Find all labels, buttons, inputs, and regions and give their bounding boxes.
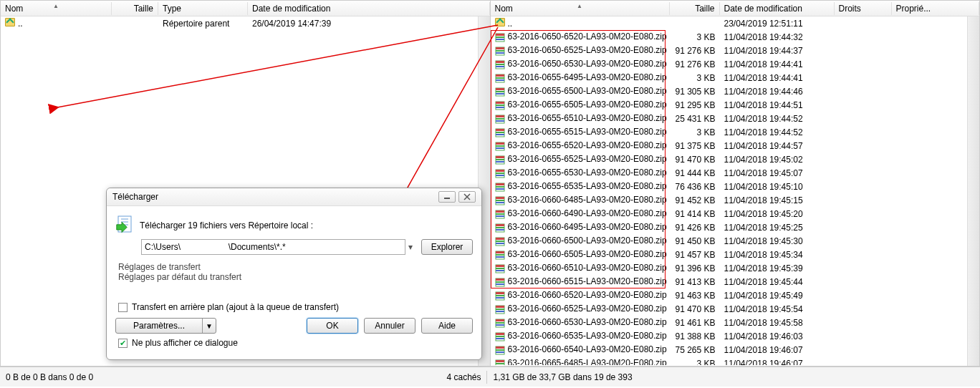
svg-rect-9 (496, 61, 504, 63)
list-item[interactable]: 63-2016-0660-6540-LA93-0M20-E080.zip75 2… (491, 343, 968, 357)
zip-icon (495, 100, 505, 110)
svg-rect-67 (496, 256, 504, 258)
status-left: 0 B de 0 B dans 0 de 0 (0, 371, 99, 384)
list-item[interactable]: ..23/04/2019 12:51:11 (491, 16, 968, 30)
download-dialog: Télécharger Télécharger 19 fichiers vers… (106, 188, 482, 360)
list-item[interactable]: 63-2016-0650-6520-LA93-0M20-E080.zip3 KB… (491, 30, 968, 44)
help-button[interactable]: Aide (421, 318, 473, 334)
zip-icon (495, 168, 505, 178)
svg-rect-94 (496, 349, 504, 351)
svg-rect-73 (496, 278, 504, 281)
col-rights[interactable]: Droits (835, 2, 892, 15)
svg-rect-70 (496, 268, 504, 269)
list-item[interactable]: 63-2016-0665-6485-LA93-0M20-E080.zip3 KB… (491, 357, 968, 365)
list-item[interactable]: 63-2016-0655-6500-LA93-0M20-E080.zip91 3… (491, 84, 968, 98)
list-item[interactable]: 63-2016-0660-6530-LA93-0M20-E080.zip91 4… (491, 316, 968, 329)
transfer-settings-button[interactable]: Paramètres... ▼ (115, 318, 216, 334)
folder-up-icon (5, 18, 15, 26)
right-file-list[interactable]: ..23/04/2019 12:51:1163-2016-0650-6520-L… (491, 16, 968, 365)
dialog-desc: Télécharger 19 fichiers vers Répertoire … (140, 220, 313, 231)
svg-rect-98 (496, 363, 504, 364)
svg-rect-62 (496, 241, 504, 242)
list-item[interactable]: 63-2016-0660-6505-LA93-0M20-E080.zip91 4… (491, 248, 968, 261)
col-modified[interactable]: Date de modification (248, 2, 490, 15)
svg-rect-50 (496, 200, 504, 201)
svg-rect-77 (496, 292, 504, 294)
scrollbar[interactable] (967, 16, 979, 366)
status-mid: 4 cachés (441, 371, 486, 384)
download-icon (115, 215, 135, 236)
svg-rect-5 (496, 47, 504, 49)
svg-rect-17 (496, 88, 504, 90)
list-item[interactable]: ..Répertoire parent26/04/2019 14:47:39 (1, 16, 478, 30)
dropdown-icon[interactable]: ▾ (405, 242, 415, 252)
zip-icon (495, 114, 505, 124)
svg-rect-33 (496, 142, 504, 145)
list-item[interactable]: 63-2016-0660-6485-LA93-0M20-E080.zip91 4… (491, 193, 968, 207)
list-item[interactable]: 63-2016-0655-6520-LA93-0M20-E080.zip91 3… (491, 139, 968, 152)
svg-rect-18 (496, 91, 504, 92)
chevron-down-icon[interactable]: ▼ (203, 319, 216, 333)
bg-transfer-label: Transfert en arrière plan (ajout à la qu… (132, 302, 339, 312)
zip-icon (495, 59, 505, 69)
svg-rect-11 (496, 66, 504, 67)
svg-rect-75 (496, 283, 504, 285)
list-item[interactable]: 63-2016-0650-6525-LA93-0M20-E080.zip91 2… (491, 44, 968, 57)
svg-rect-38 (496, 159, 504, 160)
svg-rect-57 (496, 224, 504, 226)
list-item[interactable]: 63-2016-0660-6520-LA93-0M20-E080.zip91 4… (491, 288, 968, 302)
zip-icon (495, 87, 505, 97)
col-name[interactable]: ▲ Nom (1, 2, 112, 15)
zip-icon (495, 277, 505, 287)
svg-rect-81 (496, 306, 504, 308)
col-size[interactable]: Taille (112, 2, 158, 15)
close-button[interactable] (458, 191, 476, 203)
zip-icon (495, 263, 505, 273)
settings-group-label: Réglages de transfert (115, 262, 473, 272)
list-item[interactable]: 63-2016-0660-6515-LA93-0M20-E080.zip91 4… (491, 275, 968, 288)
zip-icon (495, 304, 505, 314)
zip-icon (495, 223, 505, 233)
svg-rect-10 (496, 64, 504, 65)
col-size[interactable]: Taille (670, 2, 720, 15)
list-item[interactable]: 63-2016-0655-6525-LA93-0M20-E080.zip91 4… (491, 152, 968, 166)
svg-rect-13 (496, 74, 504, 77)
cancel-button[interactable]: Annuler (364, 318, 415, 334)
bg-transfer-checkbox[interactable] (118, 303, 128, 312)
list-item[interactable]: 63-2016-0660-6490-LA93-0M20-E080.zip91 4… (491, 207, 968, 220)
browse-button[interactable]: Explorer (421, 239, 473, 255)
list-item[interactable]: 63-2016-0655-6505-LA93-0M20-E080.zip91 2… (491, 98, 968, 112)
svg-rect-86 (496, 322, 504, 324)
list-item[interactable]: 63-2016-0655-6535-LA93-0M20-E080.zip76 4… (491, 180, 968, 193)
list-item[interactable]: 63-2016-0655-6530-LA93-0M20-E080.zip91 4… (491, 166, 968, 180)
svg-rect-58 (496, 227, 504, 228)
svg-rect-22 (496, 105, 504, 106)
list-item[interactable]: 63-2016-0650-6530-LA93-0M20-E080.zip91 2… (491, 57, 968, 71)
svg-rect-29 (496, 129, 504, 131)
svg-rect-35 (496, 147, 504, 149)
no-show-checkbox[interactable]: ✔ (118, 339, 128, 348)
svg-rect-49 (496, 197, 504, 199)
col-modified[interactable]: Date de modification (720, 2, 835, 15)
col-name[interactable]: ▲ Nom (491, 2, 670, 15)
col-type[interactable]: Type (158, 2, 248, 15)
list-item[interactable]: 63-2016-0655-6510-LA93-0M20-E080.zip25 4… (491, 112, 968, 125)
list-item[interactable]: 63-2016-0655-6515-LA93-0M20-E080.zip3 KB… (491, 125, 968, 139)
svg-rect-3 (496, 39, 504, 40)
list-item[interactable]: 63-2016-0660-6535-LA93-0M20-E080.zip91 3… (491, 329, 968, 343)
col-owner[interactable]: Proprié... (892, 2, 980, 15)
svg-rect-7 (496, 52, 504, 54)
path-input[interactable] (141, 239, 405, 255)
zip-icon (495, 182, 505, 192)
list-item[interactable]: 63-2016-0660-6525-LA93-0M20-E080.zip91 4… (491, 302, 968, 316)
ok-button[interactable]: OK (307, 318, 358, 334)
list-item[interactable]: 63-2016-0660-6500-LA93-0M20-E080.zip91 4… (491, 234, 968, 248)
list-item[interactable]: 63-2016-0655-6495-LA93-0M20-E080.zip3 KB… (491, 71, 968, 84)
list-item[interactable]: 63-2016-0660-6495-LA93-0M20-E080.zip91 4… (491, 220, 968, 234)
svg-rect-41 (496, 170, 504, 172)
minimize-button[interactable] (438, 191, 456, 203)
svg-rect-51 (496, 202, 504, 203)
svg-rect-47 (496, 188, 504, 190)
list-item[interactable]: 63-2016-0660-6510-LA93-0M20-E080.zip91 3… (491, 261, 968, 275)
svg-rect-59 (496, 229, 504, 231)
